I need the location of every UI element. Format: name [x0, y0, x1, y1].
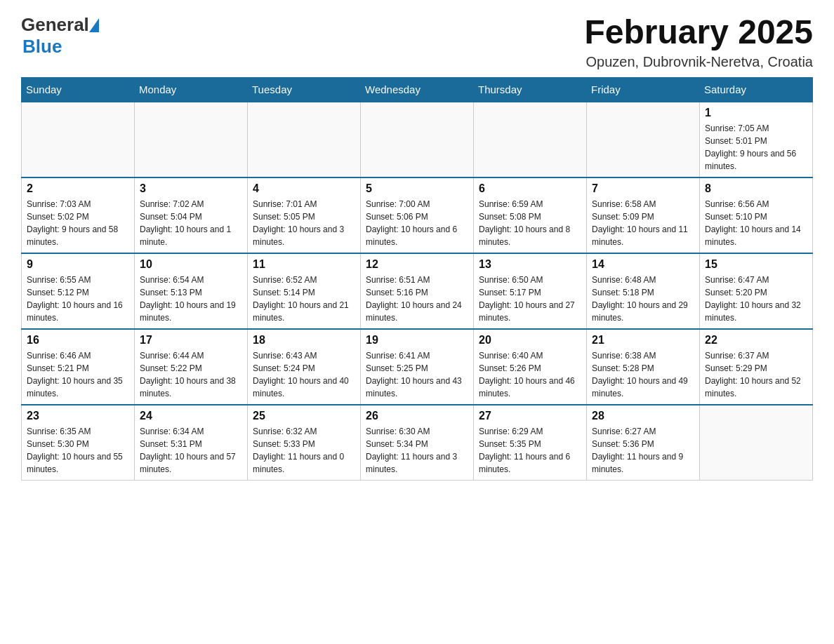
day-of-week-header: Thursday — [474, 77, 587, 102]
title-block: February 2025 Opuzen, Dubrovnik-Neretva,… — [584, 14, 813, 70]
day-info: Sunrise: 6:52 AM Sunset: 5:14 PM Dayligh… — [253, 274, 355, 324]
day-of-week-header: Friday — [587, 77, 700, 102]
calendar-day-cell: 11Sunrise: 6:52 AM Sunset: 5:14 PM Dayli… — [248, 253, 361, 329]
day-number: 20 — [479, 334, 581, 347]
calendar-day-cell — [700, 405, 813, 481]
day-number: 11 — [253, 258, 355, 271]
day-number: 2 — [27, 182, 129, 195]
calendar-day-cell: 14Sunrise: 6:48 AM Sunset: 5:18 PM Dayli… — [587, 253, 700, 329]
calendar-day-cell: 21Sunrise: 6:38 AM Sunset: 5:28 PM Dayli… — [587, 329, 700, 405]
logo-general-text: General — [21, 14, 89, 36]
calendar-day-cell — [22, 102, 135, 177]
calendar-day-cell: 18Sunrise: 6:43 AM Sunset: 5:24 PM Dayli… — [248, 329, 361, 405]
calendar-day-cell: 1Sunrise: 7:05 AM Sunset: 5:01 PM Daylig… — [700, 102, 813, 177]
page-header: General Blue February 2025 Opuzen, Dubro… — [21, 14, 813, 70]
day-number: 8 — [705, 182, 807, 195]
calendar-day-cell: 12Sunrise: 6:51 AM Sunset: 5:16 PM Dayli… — [361, 253, 474, 329]
day-info: Sunrise: 6:40 AM Sunset: 5:26 PM Dayligh… — [479, 349, 581, 400]
calendar-day-cell: 28Sunrise: 6:27 AM Sunset: 5:36 PM Dayli… — [587, 405, 700, 481]
day-number: 23 — [27, 410, 129, 422]
day-number: 28 — [592, 410, 694, 422]
day-number: 9 — [27, 258, 129, 271]
day-info: Sunrise: 6:37 AM Sunset: 5:29 PM Dayligh… — [705, 349, 807, 400]
calendar-day-cell — [135, 102, 248, 177]
calendar-day-cell: 9Sunrise: 6:55 AM Sunset: 5:12 PM Daylig… — [22, 253, 135, 329]
day-number: 3 — [140, 182, 242, 195]
calendar-day-cell: 10Sunrise: 6:54 AM Sunset: 5:13 PM Dayli… — [135, 253, 248, 329]
day-info: Sunrise: 6:38 AM Sunset: 5:28 PM Dayligh… — [592, 349, 694, 400]
day-number: 10 — [140, 258, 242, 271]
calendar-day-cell: 24Sunrise: 6:34 AM Sunset: 5:31 PM Dayli… — [135, 405, 248, 481]
day-of-week-header: Tuesday — [248, 77, 361, 102]
location-text: Opuzen, Dubrovnik-Neretva, Croatia — [584, 54, 813, 70]
calendar-day-cell: 23Sunrise: 6:35 AM Sunset: 5:30 PM Dayli… — [22, 405, 135, 481]
day-info: Sunrise: 6:48 AM Sunset: 5:18 PM Dayligh… — [592, 274, 694, 324]
day-info: Sunrise: 6:58 AM Sunset: 5:09 PM Dayligh… — [592, 198, 694, 248]
day-number: 6 — [479, 182, 581, 195]
calendar-day-cell — [361, 102, 474, 177]
day-info: Sunrise: 7:01 AM Sunset: 5:05 PM Dayligh… — [253, 198, 355, 248]
day-info: Sunrise: 7:05 AM Sunset: 5:01 PM Dayligh… — [705, 122, 807, 173]
day-number: 16 — [27, 334, 129, 347]
calendar-day-cell: 26Sunrise: 6:30 AM Sunset: 5:34 PM Dayli… — [361, 405, 474, 481]
calendar-day-cell: 17Sunrise: 6:44 AM Sunset: 5:22 PM Dayli… — [135, 329, 248, 405]
day-of-week-header: Monday — [135, 77, 248, 102]
day-number: 5 — [366, 182, 468, 195]
day-number: 14 — [592, 258, 694, 271]
day-info: Sunrise: 6:43 AM Sunset: 5:24 PM Dayligh… — [253, 349, 355, 400]
day-info: Sunrise: 6:55 AM Sunset: 5:12 PM Dayligh… — [27, 274, 129, 324]
day-info: Sunrise: 6:34 AM Sunset: 5:31 PM Dayligh… — [140, 425, 242, 476]
calendar-week-row: 1Sunrise: 7:05 AM Sunset: 5:01 PM Daylig… — [22, 102, 813, 177]
day-number: 17 — [140, 334, 242, 347]
calendar-day-cell — [587, 102, 700, 177]
day-number: 27 — [479, 410, 581, 422]
logo-blue-text: Blue — [22, 36, 62, 57]
day-number: 24 — [140, 410, 242, 422]
day-number: 4 — [253, 182, 355, 195]
day-info: Sunrise: 6:32 AM Sunset: 5:33 PM Dayligh… — [253, 425, 355, 476]
calendar-day-cell — [248, 102, 361, 177]
day-number: 25 — [253, 410, 355, 422]
day-info: Sunrise: 6:29 AM Sunset: 5:35 PM Dayligh… — [479, 425, 581, 476]
day-info: Sunrise: 7:03 AM Sunset: 5:02 PM Dayligh… — [27, 198, 129, 248]
day-number: 13 — [479, 258, 581, 271]
day-info: Sunrise: 7:00 AM Sunset: 5:06 PM Dayligh… — [366, 198, 468, 248]
calendar-day-cell: 20Sunrise: 6:40 AM Sunset: 5:26 PM Dayli… — [474, 329, 587, 405]
day-number: 7 — [592, 182, 694, 195]
day-info: Sunrise: 6:35 AM Sunset: 5:30 PM Dayligh… — [27, 425, 129, 476]
day-number: 19 — [366, 334, 468, 347]
day-of-week-header: Wednesday — [361, 77, 474, 102]
calendar-day-cell: 8Sunrise: 6:56 AM Sunset: 5:10 PM Daylig… — [700, 177, 813, 253]
calendar-day-cell — [474, 102, 587, 177]
calendar-day-cell: 16Sunrise: 6:46 AM Sunset: 5:21 PM Dayli… — [22, 329, 135, 405]
calendar-week-row: 16Sunrise: 6:46 AM Sunset: 5:21 PM Dayli… — [22, 329, 813, 405]
day-number: 1 — [705, 107, 807, 119]
day-info: Sunrise: 6:56 AM Sunset: 5:10 PM Dayligh… — [705, 198, 807, 248]
day-info: Sunrise: 6:27 AM Sunset: 5:36 PM Dayligh… — [592, 425, 694, 476]
day-number: 22 — [705, 334, 807, 347]
calendar-day-cell: 2Sunrise: 7:03 AM Sunset: 5:02 PM Daylig… — [22, 177, 135, 253]
day-number: 15 — [705, 258, 807, 271]
calendar-week-row: 2Sunrise: 7:03 AM Sunset: 5:02 PM Daylig… — [22, 177, 813, 253]
day-info: Sunrise: 6:59 AM Sunset: 5:08 PM Dayligh… — [479, 198, 581, 248]
calendar-day-cell: 15Sunrise: 6:47 AM Sunset: 5:20 PM Dayli… — [700, 253, 813, 329]
logo: General Blue — [21, 14, 99, 58]
day-info: Sunrise: 6:30 AM Sunset: 5:34 PM Dayligh… — [366, 425, 468, 476]
day-info: Sunrise: 6:51 AM Sunset: 5:16 PM Dayligh… — [366, 274, 468, 324]
day-info: Sunrise: 7:02 AM Sunset: 5:04 PM Dayligh… — [140, 198, 242, 248]
calendar-day-cell: 5Sunrise: 7:00 AM Sunset: 5:06 PM Daylig… — [361, 177, 474, 253]
day-number: 12 — [366, 258, 468, 271]
calendar-table: SundayMondayTuesdayWednesdayThursdayFrid… — [21, 77, 813, 481]
day-info: Sunrise: 6:44 AM Sunset: 5:22 PM Dayligh… — [140, 349, 242, 400]
day-number: 21 — [592, 334, 694, 347]
day-info: Sunrise: 6:41 AM Sunset: 5:25 PM Dayligh… — [366, 349, 468, 400]
day-info: Sunrise: 6:50 AM Sunset: 5:17 PM Dayligh… — [479, 274, 581, 324]
day-info: Sunrise: 6:54 AM Sunset: 5:13 PM Dayligh… — [140, 274, 242, 324]
calendar-header-row: SundayMondayTuesdayWednesdayThursdayFrid… — [22, 77, 813, 102]
calendar-day-cell: 19Sunrise: 6:41 AM Sunset: 5:25 PM Dayli… — [361, 329, 474, 405]
calendar-week-row: 9Sunrise: 6:55 AM Sunset: 5:12 PM Daylig… — [22, 253, 813, 329]
day-of-week-header: Saturday — [700, 77, 813, 102]
logo-arrow-icon — [89, 18, 99, 32]
calendar-day-cell: 27Sunrise: 6:29 AM Sunset: 5:35 PM Dayli… — [474, 405, 587, 481]
calendar-day-cell: 22Sunrise: 6:37 AM Sunset: 5:29 PM Dayli… — [700, 329, 813, 405]
